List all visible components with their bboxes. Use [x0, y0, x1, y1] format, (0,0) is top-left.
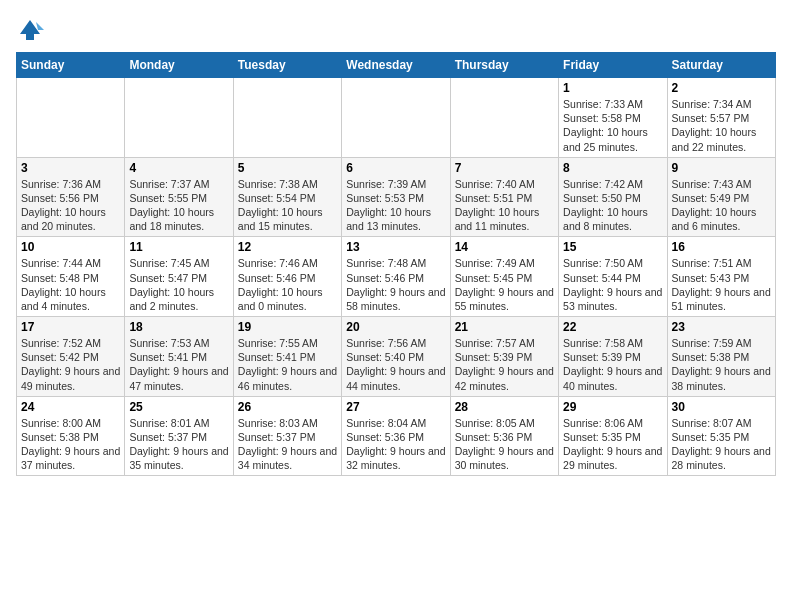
- cell-content: Sunrise: 7:52 AM Sunset: 5:42 PM Dayligh…: [21, 336, 120, 393]
- calendar-week-3: 10Sunrise: 7:44 AM Sunset: 5:48 PM Dayli…: [17, 237, 776, 317]
- day-number: 2: [672, 81, 771, 95]
- calendar-cell: 22Sunrise: 7:58 AM Sunset: 5:39 PM Dayli…: [559, 317, 667, 397]
- cell-content: Sunrise: 7:59 AM Sunset: 5:38 PM Dayligh…: [672, 336, 771, 393]
- calendar-cell: 18Sunrise: 7:53 AM Sunset: 5:41 PM Dayli…: [125, 317, 233, 397]
- calendar-cell: 24Sunrise: 8:00 AM Sunset: 5:38 PM Dayli…: [17, 396, 125, 476]
- cell-content: Sunrise: 7:39 AM Sunset: 5:53 PM Dayligh…: [346, 177, 445, 234]
- cell-content: Sunrise: 8:03 AM Sunset: 5:37 PM Dayligh…: [238, 416, 337, 473]
- column-header-saturday: Saturday: [667, 53, 775, 78]
- calendar-cell: 6Sunrise: 7:39 AM Sunset: 5:53 PM Daylig…: [342, 157, 450, 237]
- day-number: 4: [129, 161, 228, 175]
- calendar-cell: 3Sunrise: 7:36 AM Sunset: 5:56 PM Daylig…: [17, 157, 125, 237]
- day-number: 24: [21, 400, 120, 414]
- cell-content: Sunrise: 7:36 AM Sunset: 5:56 PM Dayligh…: [21, 177, 120, 234]
- calendar-table: SundayMondayTuesdayWednesdayThursdayFrid…: [16, 52, 776, 476]
- calendar-cell: 8Sunrise: 7:42 AM Sunset: 5:50 PM Daylig…: [559, 157, 667, 237]
- day-number: 9: [672, 161, 771, 175]
- cell-content: Sunrise: 7:44 AM Sunset: 5:48 PM Dayligh…: [21, 256, 120, 313]
- calendar-cell: 12Sunrise: 7:46 AM Sunset: 5:46 PM Dayli…: [233, 237, 341, 317]
- calendar-cell: 9Sunrise: 7:43 AM Sunset: 5:49 PM Daylig…: [667, 157, 775, 237]
- day-number: 23: [672, 320, 771, 334]
- calendar-cell: [17, 78, 125, 158]
- logo: [16, 16, 48, 44]
- calendar-cell: 4Sunrise: 7:37 AM Sunset: 5:55 PM Daylig…: [125, 157, 233, 237]
- column-header-tuesday: Tuesday: [233, 53, 341, 78]
- calendar-cell: 13Sunrise: 7:48 AM Sunset: 5:46 PM Dayli…: [342, 237, 450, 317]
- day-number: 19: [238, 320, 337, 334]
- calendar-cell: 30Sunrise: 8:07 AM Sunset: 5:35 PM Dayli…: [667, 396, 775, 476]
- cell-content: Sunrise: 7:49 AM Sunset: 5:45 PM Dayligh…: [455, 256, 554, 313]
- calendar-cell: 7Sunrise: 7:40 AM Sunset: 5:51 PM Daylig…: [450, 157, 558, 237]
- calendar-cell: [233, 78, 341, 158]
- page-header: [16, 16, 776, 44]
- calendar-cell: 21Sunrise: 7:57 AM Sunset: 5:39 PM Dayli…: [450, 317, 558, 397]
- cell-content: Sunrise: 7:40 AM Sunset: 5:51 PM Dayligh…: [455, 177, 554, 234]
- calendar-cell: 20Sunrise: 7:56 AM Sunset: 5:40 PM Dayli…: [342, 317, 450, 397]
- day-number: 11: [129, 240, 228, 254]
- day-number: 8: [563, 161, 662, 175]
- cell-content: Sunrise: 8:04 AM Sunset: 5:36 PM Dayligh…: [346, 416, 445, 473]
- cell-content: Sunrise: 8:00 AM Sunset: 5:38 PM Dayligh…: [21, 416, 120, 473]
- cell-content: Sunrise: 7:50 AM Sunset: 5:44 PM Dayligh…: [563, 256, 662, 313]
- cell-content: Sunrise: 7:46 AM Sunset: 5:46 PM Dayligh…: [238, 256, 337, 313]
- calendar-week-1: 1Sunrise: 7:33 AM Sunset: 5:58 PM Daylig…: [17, 78, 776, 158]
- cell-content: Sunrise: 7:48 AM Sunset: 5:46 PM Dayligh…: [346, 256, 445, 313]
- day-number: 22: [563, 320, 662, 334]
- calendar-cell: 26Sunrise: 8:03 AM Sunset: 5:37 PM Dayli…: [233, 396, 341, 476]
- day-number: 20: [346, 320, 445, 334]
- day-number: 25: [129, 400, 228, 414]
- day-number: 26: [238, 400, 337, 414]
- calendar-cell: 1Sunrise: 7:33 AM Sunset: 5:58 PM Daylig…: [559, 78, 667, 158]
- calendar-cell: 19Sunrise: 7:55 AM Sunset: 5:41 PM Dayli…: [233, 317, 341, 397]
- calendar-cell: 23Sunrise: 7:59 AM Sunset: 5:38 PM Dayli…: [667, 317, 775, 397]
- day-number: 3: [21, 161, 120, 175]
- day-number: 7: [455, 161, 554, 175]
- day-number: 27: [346, 400, 445, 414]
- day-number: 30: [672, 400, 771, 414]
- calendar-cell: 11Sunrise: 7:45 AM Sunset: 5:47 PM Dayli…: [125, 237, 233, 317]
- calendar-cell: 28Sunrise: 8:05 AM Sunset: 5:36 PM Dayli…: [450, 396, 558, 476]
- cell-content: Sunrise: 7:51 AM Sunset: 5:43 PM Dayligh…: [672, 256, 771, 313]
- day-number: 5: [238, 161, 337, 175]
- cell-content: Sunrise: 7:34 AM Sunset: 5:57 PM Dayligh…: [672, 97, 771, 154]
- calendar-cell: [450, 78, 558, 158]
- cell-content: Sunrise: 7:38 AM Sunset: 5:54 PM Dayligh…: [238, 177, 337, 234]
- calendar-week-4: 17Sunrise: 7:52 AM Sunset: 5:42 PM Dayli…: [17, 317, 776, 397]
- cell-content: Sunrise: 7:57 AM Sunset: 5:39 PM Dayligh…: [455, 336, 554, 393]
- calendar-cell: 29Sunrise: 8:06 AM Sunset: 5:35 PM Dayli…: [559, 396, 667, 476]
- calendar-cell: 2Sunrise: 7:34 AM Sunset: 5:57 PM Daylig…: [667, 78, 775, 158]
- column-header-monday: Monday: [125, 53, 233, 78]
- cell-content: Sunrise: 7:56 AM Sunset: 5:40 PM Dayligh…: [346, 336, 445, 393]
- day-number: 12: [238, 240, 337, 254]
- cell-content: Sunrise: 7:55 AM Sunset: 5:41 PM Dayligh…: [238, 336, 337, 393]
- day-number: 21: [455, 320, 554, 334]
- calendar-header-row: SundayMondayTuesdayWednesdayThursdayFrid…: [17, 53, 776, 78]
- calendar-cell: 15Sunrise: 7:50 AM Sunset: 5:44 PM Dayli…: [559, 237, 667, 317]
- cell-content: Sunrise: 8:01 AM Sunset: 5:37 PM Dayligh…: [129, 416, 228, 473]
- column-header-wednesday: Wednesday: [342, 53, 450, 78]
- cell-content: Sunrise: 7:45 AM Sunset: 5:47 PM Dayligh…: [129, 256, 228, 313]
- calendar-week-5: 24Sunrise: 8:00 AM Sunset: 5:38 PM Dayli…: [17, 396, 776, 476]
- calendar-cell: 5Sunrise: 7:38 AM Sunset: 5:54 PM Daylig…: [233, 157, 341, 237]
- logo-icon: [16, 16, 44, 44]
- day-number: 15: [563, 240, 662, 254]
- day-number: 28: [455, 400, 554, 414]
- day-number: 13: [346, 240, 445, 254]
- day-number: 10: [21, 240, 120, 254]
- day-number: 14: [455, 240, 554, 254]
- cell-content: Sunrise: 8:07 AM Sunset: 5:35 PM Dayligh…: [672, 416, 771, 473]
- calendar-cell: [125, 78, 233, 158]
- column-header-thursday: Thursday: [450, 53, 558, 78]
- calendar-week-2: 3Sunrise: 7:36 AM Sunset: 5:56 PM Daylig…: [17, 157, 776, 237]
- column-header-sunday: Sunday: [17, 53, 125, 78]
- day-number: 29: [563, 400, 662, 414]
- cell-content: Sunrise: 8:05 AM Sunset: 5:36 PM Dayligh…: [455, 416, 554, 473]
- day-number: 6: [346, 161, 445, 175]
- day-number: 18: [129, 320, 228, 334]
- calendar-cell: [342, 78, 450, 158]
- day-number: 16: [672, 240, 771, 254]
- cell-content: Sunrise: 7:42 AM Sunset: 5:50 PM Dayligh…: [563, 177, 662, 234]
- cell-content: Sunrise: 7:58 AM Sunset: 5:39 PM Dayligh…: [563, 336, 662, 393]
- calendar-cell: 16Sunrise: 7:51 AM Sunset: 5:43 PM Dayli…: [667, 237, 775, 317]
- column-header-friday: Friday: [559, 53, 667, 78]
